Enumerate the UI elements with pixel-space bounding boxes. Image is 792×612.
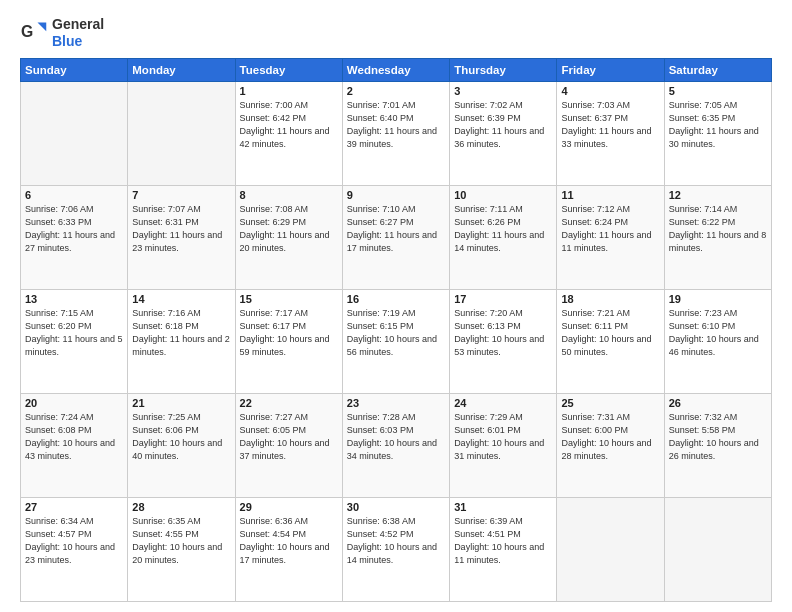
calendar-cell: 23Sunrise: 7:28 AMSunset: 6:03 PMDayligh… — [342, 393, 449, 497]
svg-text:G: G — [21, 22, 33, 39]
weekday-header-sunday: Sunday — [21, 58, 128, 81]
calendar-cell: 15Sunrise: 7:17 AMSunset: 6:17 PMDayligh… — [235, 289, 342, 393]
day-number: 12 — [669, 189, 767, 201]
calendar-week-row: 1Sunrise: 7:00 AMSunset: 6:42 PMDaylight… — [21, 81, 772, 185]
weekday-header-wednesday: Wednesday — [342, 58, 449, 81]
day-info: Sunrise: 7:27 AMSunset: 6:05 PMDaylight:… — [240, 411, 338, 463]
day-info: Sunrise: 6:35 AMSunset: 4:55 PMDaylight:… — [132, 515, 230, 567]
day-number: 31 — [454, 501, 552, 513]
header: G General Blue — [20, 16, 772, 50]
day-number: 28 — [132, 501, 230, 513]
day-number: 16 — [347, 293, 445, 305]
calendar-cell: 26Sunrise: 7:32 AMSunset: 5:58 PMDayligh… — [664, 393, 771, 497]
calendar-cell: 30Sunrise: 6:38 AMSunset: 4:52 PMDayligh… — [342, 497, 449, 601]
day-info: Sunrise: 7:20 AMSunset: 6:13 PMDaylight:… — [454, 307, 552, 359]
calendar-cell: 21Sunrise: 7:25 AMSunset: 6:06 PMDayligh… — [128, 393, 235, 497]
day-number: 1 — [240, 85, 338, 97]
calendar-cell: 19Sunrise: 7:23 AMSunset: 6:10 PMDayligh… — [664, 289, 771, 393]
calendar-table: SundayMondayTuesdayWednesdayThursdayFrid… — [20, 58, 772, 602]
day-info: Sunrise: 6:34 AMSunset: 4:57 PMDaylight:… — [25, 515, 123, 567]
day-info: Sunrise: 7:24 AMSunset: 6:08 PMDaylight:… — [25, 411, 123, 463]
calendar-week-row: 20Sunrise: 7:24 AMSunset: 6:08 PMDayligh… — [21, 393, 772, 497]
weekday-header-tuesday: Tuesday — [235, 58, 342, 81]
calendar-cell: 6Sunrise: 7:06 AMSunset: 6:33 PMDaylight… — [21, 185, 128, 289]
calendar-cell: 16Sunrise: 7:19 AMSunset: 6:15 PMDayligh… — [342, 289, 449, 393]
day-info: Sunrise: 7:14 AMSunset: 6:22 PMDaylight:… — [669, 203, 767, 255]
day-info: Sunrise: 7:06 AMSunset: 6:33 PMDaylight:… — [25, 203, 123, 255]
calendar-cell: 9Sunrise: 7:10 AMSunset: 6:27 PMDaylight… — [342, 185, 449, 289]
day-info: Sunrise: 7:25 AMSunset: 6:06 PMDaylight:… — [132, 411, 230, 463]
calendar-cell: 10Sunrise: 7:11 AMSunset: 6:26 PMDayligh… — [450, 185, 557, 289]
day-info: Sunrise: 7:11 AMSunset: 6:26 PMDaylight:… — [454, 203, 552, 255]
calendar-cell: 2Sunrise: 7:01 AMSunset: 6:40 PMDaylight… — [342, 81, 449, 185]
calendar-cell: 17Sunrise: 7:20 AMSunset: 6:13 PMDayligh… — [450, 289, 557, 393]
day-info: Sunrise: 6:39 AMSunset: 4:51 PMDaylight:… — [454, 515, 552, 567]
page: G General Blue SundayMondayTuesdayWednes… — [0, 0, 792, 612]
calendar-cell: 18Sunrise: 7:21 AMSunset: 6:11 PMDayligh… — [557, 289, 664, 393]
calendar-cell: 25Sunrise: 7:31 AMSunset: 6:00 PMDayligh… — [557, 393, 664, 497]
day-number: 11 — [561, 189, 659, 201]
day-info: Sunrise: 7:05 AMSunset: 6:35 PMDaylight:… — [669, 99, 767, 151]
day-number: 10 — [454, 189, 552, 201]
day-number: 27 — [25, 501, 123, 513]
calendar-cell — [664, 497, 771, 601]
day-info: Sunrise: 7:10 AMSunset: 6:27 PMDaylight:… — [347, 203, 445, 255]
day-info: Sunrise: 7:28 AMSunset: 6:03 PMDaylight:… — [347, 411, 445, 463]
calendar-cell: 1Sunrise: 7:00 AMSunset: 6:42 PMDaylight… — [235, 81, 342, 185]
day-number: 23 — [347, 397, 445, 409]
logo-text: General Blue — [52, 16, 104, 50]
day-info: Sunrise: 7:19 AMSunset: 6:15 PMDaylight:… — [347, 307, 445, 359]
day-info: Sunrise: 7:29 AMSunset: 6:01 PMDaylight:… — [454, 411, 552, 463]
day-number: 26 — [669, 397, 767, 409]
calendar-cell: 12Sunrise: 7:14 AMSunset: 6:22 PMDayligh… — [664, 185, 771, 289]
day-number: 21 — [132, 397, 230, 409]
day-number: 4 — [561, 85, 659, 97]
calendar-cell: 5Sunrise: 7:05 AMSunset: 6:35 PMDaylight… — [664, 81, 771, 185]
day-number: 24 — [454, 397, 552, 409]
weekday-header-saturday: Saturday — [664, 58, 771, 81]
day-number: 19 — [669, 293, 767, 305]
day-number: 20 — [25, 397, 123, 409]
day-number: 29 — [240, 501, 338, 513]
calendar-cell: 13Sunrise: 7:15 AMSunset: 6:20 PMDayligh… — [21, 289, 128, 393]
calendar-cell: 20Sunrise: 7:24 AMSunset: 6:08 PMDayligh… — [21, 393, 128, 497]
calendar-cell: 31Sunrise: 6:39 AMSunset: 4:51 PMDayligh… — [450, 497, 557, 601]
day-number: 5 — [669, 85, 767, 97]
weekday-header-friday: Friday — [557, 58, 664, 81]
day-number: 17 — [454, 293, 552, 305]
day-number: 15 — [240, 293, 338, 305]
day-number: 8 — [240, 189, 338, 201]
logo: G General Blue — [20, 16, 104, 50]
calendar-week-row: 13Sunrise: 7:15 AMSunset: 6:20 PMDayligh… — [21, 289, 772, 393]
day-number: 7 — [132, 189, 230, 201]
day-number: 22 — [240, 397, 338, 409]
day-info: Sunrise: 7:12 AMSunset: 6:24 PMDaylight:… — [561, 203, 659, 255]
day-number: 18 — [561, 293, 659, 305]
day-info: Sunrise: 7:31 AMSunset: 6:00 PMDaylight:… — [561, 411, 659, 463]
day-number: 13 — [25, 293, 123, 305]
day-info: Sunrise: 7:07 AMSunset: 6:31 PMDaylight:… — [132, 203, 230, 255]
calendar-cell — [128, 81, 235, 185]
calendar-week-row: 27Sunrise: 6:34 AMSunset: 4:57 PMDayligh… — [21, 497, 772, 601]
weekday-header-thursday: Thursday — [450, 58, 557, 81]
weekday-header-row: SundayMondayTuesdayWednesdayThursdayFrid… — [21, 58, 772, 81]
calendar-cell: 3Sunrise: 7:02 AMSunset: 6:39 PMDaylight… — [450, 81, 557, 185]
calendar-cell — [21, 81, 128, 185]
day-info: Sunrise: 7:17 AMSunset: 6:17 PMDaylight:… — [240, 307, 338, 359]
calendar-cell: 8Sunrise: 7:08 AMSunset: 6:29 PMDaylight… — [235, 185, 342, 289]
day-number: 25 — [561, 397, 659, 409]
day-info: Sunrise: 7:16 AMSunset: 6:18 PMDaylight:… — [132, 307, 230, 359]
day-info: Sunrise: 7:32 AMSunset: 5:58 PMDaylight:… — [669, 411, 767, 463]
day-number: 6 — [25, 189, 123, 201]
calendar-cell: 24Sunrise: 7:29 AMSunset: 6:01 PMDayligh… — [450, 393, 557, 497]
day-info: Sunrise: 7:23 AMSunset: 6:10 PMDaylight:… — [669, 307, 767, 359]
day-info: Sunrise: 7:08 AMSunset: 6:29 PMDaylight:… — [240, 203, 338, 255]
weekday-header-monday: Monday — [128, 58, 235, 81]
calendar-cell: 7Sunrise: 7:07 AMSunset: 6:31 PMDaylight… — [128, 185, 235, 289]
calendar-cell: 28Sunrise: 6:35 AMSunset: 4:55 PMDayligh… — [128, 497, 235, 601]
day-info: Sunrise: 6:36 AMSunset: 4:54 PMDaylight:… — [240, 515, 338, 567]
calendar-cell: 29Sunrise: 6:36 AMSunset: 4:54 PMDayligh… — [235, 497, 342, 601]
day-number: 14 — [132, 293, 230, 305]
day-info: Sunrise: 7:15 AMSunset: 6:20 PMDaylight:… — [25, 307, 123, 359]
logo-icon: G — [20, 19, 48, 47]
